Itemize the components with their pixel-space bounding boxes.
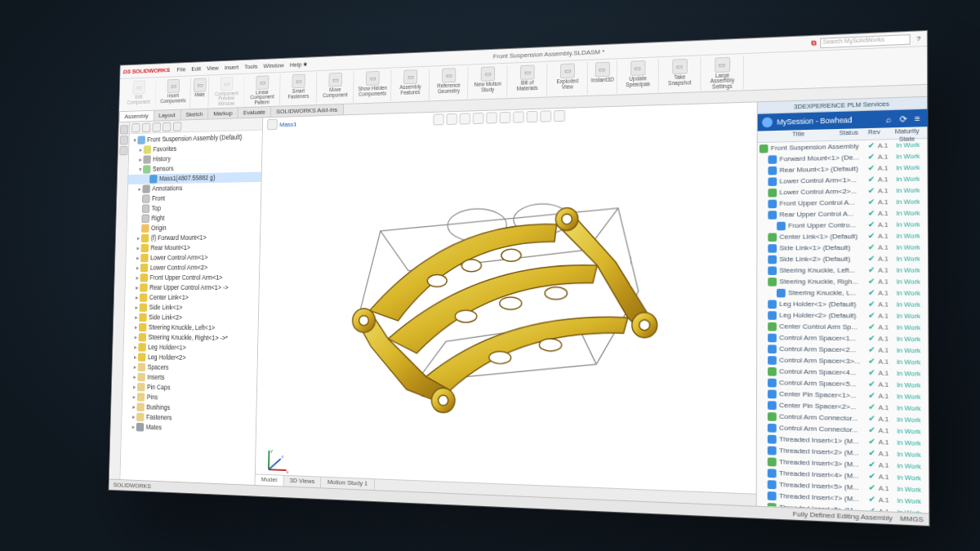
tree-item[interactable]: ▸Steering Knuckle, Left<1>: [124, 322, 258, 333]
ribbon-button[interactable]: ▭Show Hidden Components: [354, 69, 392, 102]
command-tab[interactable]: Markup: [207, 107, 238, 118]
col-status[interactable]: Status: [836, 128, 862, 140]
star-icon[interactable]: ★: [301, 60, 309, 68]
tree-item[interactable]: Origin: [127, 222, 260, 233]
ribbon-button[interactable]: ▭Mate: [191, 77, 209, 108]
viewport-tab[interactable]: Motion Study 1: [321, 477, 374, 490]
help-icon[interactable]: ?: [914, 33, 923, 42]
hud-button[interactable]: [540, 110, 551, 122]
tree-item[interactable]: ▸Front Upper Control Arm<1>: [126, 273, 259, 282]
tree-item[interactable]: ▸(f) Forward Mount<1>: [127, 232, 260, 242]
plm-item-icon: [768, 255, 777, 264]
tree-item[interactable]: ▸Rear Mount<1>: [127, 242, 260, 253]
ribbon-button[interactable]: ▭Bill of Materials: [508, 63, 547, 96]
hud-button[interactable]: [554, 109, 565, 121]
plm-row[interactable]: Leg Holder<2> (Default)✔A.1In Work: [757, 309, 928, 321]
gutter-icon[interactable]: [119, 136, 127, 144]
refresh-icon[interactable]: ⟳: [898, 113, 907, 123]
command-tab[interactable]: Layout: [153, 109, 180, 120]
plm-row[interactable]: Side Link<1> (Default)✔A.1In Work: [757, 241, 928, 253]
hud-button[interactable]: [460, 113, 471, 124]
ribbon-button[interactable]: ▭Smart Fasteners: [281, 73, 318, 105]
col-title[interactable]: Title: [758, 129, 836, 142]
command-tab[interactable]: SOLIDWORKS Add-Ins: [270, 103, 344, 116]
hud-button[interactable]: [446, 113, 457, 124]
menu-item[interactable]: Tools: [244, 63, 258, 70]
plm-maturity: In Work: [897, 322, 926, 333]
tree-item[interactable]: ▸Side Link<2>: [124, 312, 258, 323]
plm-row[interactable]: Rear Upper Control A...✔A.1In Work: [758, 207, 928, 220]
plm-row[interactable]: Center Control Arm Sp...✔A.1In Work: [757, 320, 928, 333]
plm-item-icon: [777, 288, 786, 297]
menu-item[interactable]: File: [176, 65, 185, 73]
hud-button[interactable]: [527, 110, 538, 122]
gutter-icon[interactable]: [120, 125, 128, 134]
ribbon-button[interactable]: ▭Insert Components: [156, 78, 191, 109]
tree-item[interactable]: ▸Lower Control Arm<2>: [126, 262, 259, 273]
tree-item[interactable]: ▸Rear Upper Control Arm<1> ->: [125, 282, 258, 293]
ribbon-button[interactable]: ▭Assembly Features: [392, 68, 430, 100]
status-check-icon: ✔: [865, 207, 878, 219]
ribbon-button[interactable]: ▭New Motion Study: [469, 64, 508, 98]
gutter-icon[interactable]: [119, 146, 127, 155]
plm-row[interactable]: Leg Holder<1> (Default)✔A.1In Work: [757, 298, 928, 310]
command-tab[interactable]: Sketch: [180, 108, 208, 119]
menu-item[interactable]: Insert: [225, 64, 239, 71]
col-maturity[interactable]: Maturity State: [887, 127, 928, 139]
tree-tab-icon[interactable]: [173, 121, 182, 130]
command-tab[interactable]: Assembly: [119, 109, 154, 121]
plm-row[interactable]: Center Link<1> (Default)✔A.1In Work: [757, 229, 928, 242]
plm-row[interactable]: Front Upper Contro...✔A.1In Work: [757, 218, 927, 231]
breadcrumb-icon[interactable]: [267, 118, 278, 130]
ribbon-button[interactable]: ▭Take Snapshot: [660, 57, 702, 92]
hud-button[interactable]: [473, 112, 484, 123]
tree-item[interactable]: ▸Side Link<1>: [125, 302, 259, 313]
status-center: Fully Defined Editing Assembly: [793, 509, 893, 522]
ribbon-button[interactable]: ▭Large Assembly Settings: [702, 56, 744, 91]
tree-tab-icon[interactable]: [142, 122, 150, 131]
plm-row[interactable]: Steering Knuckle, Righ...✔A.1In Work: [757, 276, 928, 287]
ribbon-button[interactable]: ▭Move Component: [317, 71, 354, 104]
sw-help-icon[interactable]: ⧉: [811, 38, 817, 47]
plm-rev: A.1: [878, 140, 896, 151]
plm-item-name: Steering Knuckle, L...: [788, 287, 866, 298]
hud-button[interactable]: [500, 111, 511, 122]
menu-icon[interactable]: ≡: [912, 113, 922, 122]
ribbon-button[interactable]: ▭Update Speedpak: [618, 59, 659, 93]
search-icon[interactable]: ⌕: [883, 113, 893, 123]
svg-point-2: [428, 274, 448, 287]
tree-item[interactable]: Right: [127, 211, 261, 223]
ribbon-button[interactable]: ▭Exploded View: [548, 61, 588, 96]
tree-item[interactable]: ▸Lower Control Arm<1>: [126, 252, 259, 263]
status-units[interactable]: MMGS: [900, 514, 923, 523]
menu-item[interactable]: Help: [290, 60, 302, 68]
tree-tab-icon[interactable]: [131, 122, 140, 131]
menu-item[interactable]: Window: [263, 61, 283, 69]
plm-row[interactable]: Steering Knuckle, Left...✔A.1In Work: [757, 264, 928, 275]
tree-label: Leg Holder<2>: [148, 352, 186, 362]
viewport-tab[interactable]: Model: [255, 474, 283, 486]
status-check-icon: ✔: [866, 447, 879, 460]
menu-item[interactable]: Edit: [191, 64, 201, 72]
hud-button[interactable]: [513, 111, 524, 122]
hud-button[interactable]: [433, 113, 443, 125]
hud-button[interactable]: [486, 112, 497, 123]
viewport-tab[interactable]: 3D Views: [283, 475, 321, 487]
ribbon-button[interactable]: ▭Instant3D: [589, 60, 617, 94]
menu-item[interactable]: View: [207, 64, 219, 72]
plm-row[interactable]: Side Link<2> (Default)✔A.1In Work: [757, 252, 928, 264]
plm-row[interactable]: Steering Knuckle, L...✔A.1In Work: [757, 287, 928, 299]
ribbon-button[interactable]: ▭Reference Geometry: [430, 66, 469, 100]
breadcrumb-label[interactable]: Mass1: [279, 120, 296, 127]
feature-tree[interactable]: ▾Front Suspension Assembly (Default)▸Fav…: [122, 130, 262, 440]
graphics-viewport[interactable]: Mass1: [255, 102, 756, 505]
plm-item-list[interactable]: Front Suspension Assembly✔A.1In WorkForw…: [757, 139, 929, 513]
tree-tab-icon[interactable]: [163, 122, 171, 131]
search-input[interactable]: Search MySolidWorks: [820, 33, 910, 47]
ribbon-button[interactable]: ▭Linear Component Pattern: [245, 73, 281, 105]
tree-tab-icon[interactable]: [152, 122, 160, 131]
ribbon-label: Bill of Materials: [510, 79, 544, 91]
command-tab[interactable]: Evaluate: [238, 105, 272, 118]
tree-item[interactable]: ▸Center Link<1>: [125, 292, 259, 303]
col-rev[interactable]: Rev: [862, 127, 887, 140]
